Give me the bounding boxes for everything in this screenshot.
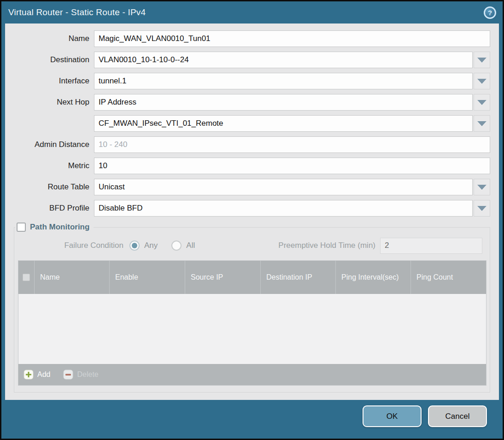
dialog-title: Virtual Router - Static Route - IPv4 [8, 7, 146, 18]
dialog-footer: OK Cancel [1, 400, 503, 439]
name-label: Name [5, 34, 94, 43]
bfd-profile-dropdown-button[interactable] [474, 200, 490, 217]
failure-condition-all-radio[interactable] [171, 241, 182, 251]
column-header-ping-interval: Ping Interval(sec) [335, 261, 410, 294]
static-route-dialog: Virtual Router - Static Route - IPv4 ? N… [0, 0, 504, 440]
next-hop-address-dropdown-button[interactable] [474, 115, 490, 132]
failure-condition-row: Failure Condition Any All Preemptive Hol… [14, 237, 482, 254]
ok-button[interactable]: OK [363, 405, 422, 427]
path-monitoring-legend: Path Monitoring [15, 223, 94, 232]
help-icon[interactable]: ? [484, 6, 496, 19]
destination-input[interactable] [94, 52, 473, 68]
next-hop-row: Next Hop [5, 94, 490, 111]
destination-label: Destination [5, 55, 94, 65]
failure-condition-any-label: Any [144, 241, 158, 250]
metric-row: Metric [5, 158, 490, 174]
preemptive-hold-time-label: Preemptive Hold Time (min) [278, 241, 380, 250]
select-all-checkbox[interactable] [23, 274, 30, 281]
interface-field-wrap [94, 73, 490, 89]
admin-distance-input[interactable] [94, 136, 490, 153]
minus-icon [63, 370, 73, 380]
preemptive-hold-time-input[interactable] [380, 238, 482, 254]
column-header-destination-ip: Destination IP [260, 261, 335, 294]
chevron-down-icon [477, 206, 486, 211]
destination-row: Destination [5, 52, 490, 68]
preemptive-hold-time-group: Preemptive Hold Time (min) [278, 238, 482, 254]
bfd-profile-field-wrap [94, 200, 490, 217]
next-hop-type-wrap [94, 94, 490, 111]
add-button[interactable]: Add [23, 370, 50, 380]
admin-distance-field-wrap [94, 136, 490, 153]
chevron-down-icon [477, 185, 486, 190]
next-hop-type-input[interactable] [94, 94, 473, 111]
next-hop-address-wrap [94, 115, 490, 132]
bfd-profile-input[interactable] [94, 200, 473, 217]
delete-button[interactable]: Delete [63, 370, 98, 380]
failure-condition-label: Failure Condition [14, 241, 129, 250]
route-table-label: Route Table [5, 182, 94, 192]
add-button-label: Add [37, 370, 50, 379]
table-body-empty [18, 294, 486, 364]
chevron-down-icon [477, 100, 486, 105]
chevron-down-icon [477, 121, 486, 126]
interface-input[interactable] [94, 73, 473, 89]
bfd-profile-row: BFD Profile [5, 200, 490, 217]
name-row: Name [5, 30, 490, 47]
column-header-ping-count: Ping Count [410, 261, 486, 294]
radio-selected-dot [132, 243, 137, 248]
path-monitoring-table: Name Enable Source IP Destination IP Pin… [18, 260, 486, 386]
admin-distance-row: Admin Distance [5, 136, 490, 153]
select-all-cell [18, 261, 34, 294]
chevron-down-icon [477, 79, 486, 84]
dialog-titlebar: Virtual Router - Static Route - IPv4 ? [1, 1, 503, 23]
next-hop-address-row [5, 115, 490, 132]
table-header-row: Name Enable Source IP Destination IP Pin… [18, 261, 486, 294]
route-table-dropdown-button[interactable] [474, 179, 490, 195]
destination-dropdown-button[interactable] [474, 52, 490, 68]
next-hop-type-dropdown-button[interactable] [474, 94, 490, 111]
interface-row: Interface [5, 73, 490, 89]
delete-button-label: Delete [77, 370, 98, 379]
cancel-button[interactable]: Cancel [428, 405, 487, 427]
route-table-row: Route Table [5, 179, 490, 195]
next-hop-address-input[interactable] [94, 115, 473, 132]
destination-field-wrap [94, 52, 490, 68]
column-header-source-ip: Source IP [185, 261, 260, 294]
path-monitoring-title: Path Monitoring [30, 223, 89, 232]
column-header-enable: Enable [109, 261, 185, 294]
help-glyph: ? [488, 9, 492, 17]
failure-condition-all-label: All [186, 241, 195, 250]
interface-dropdown-button[interactable] [474, 73, 490, 89]
interface-label: Interface [5, 76, 94, 86]
bfd-profile-label: BFD Profile [5, 204, 94, 213]
plus-icon [23, 370, 34, 380]
metric-field-wrap [94, 158, 490, 174]
metric-input[interactable] [94, 158, 490, 174]
admin-distance-label: Admin Distance [5, 140, 94, 149]
name-input[interactable] [94, 30, 490, 47]
next-hop-label: Next Hop [5, 98, 94, 107]
column-header-name: Name [34, 261, 109, 294]
metric-label: Metric [5, 161, 94, 170]
path-monitoring-section: Path Monitoring Failure Condition Any Al… [14, 223, 490, 393]
name-field-wrap [94, 30, 490, 47]
dialog-content: Name Destination Interface [5, 23, 499, 400]
table-toolbar: Add Delete [18, 364, 486, 385]
route-table-field-wrap [94, 179, 490, 195]
failure-condition-any-radio[interactable] [129, 241, 140, 251]
chevron-down-icon [477, 58, 486, 63]
route-table-input[interactable] [94, 179, 473, 195]
path-monitoring-checkbox[interactable] [17, 223, 26, 232]
